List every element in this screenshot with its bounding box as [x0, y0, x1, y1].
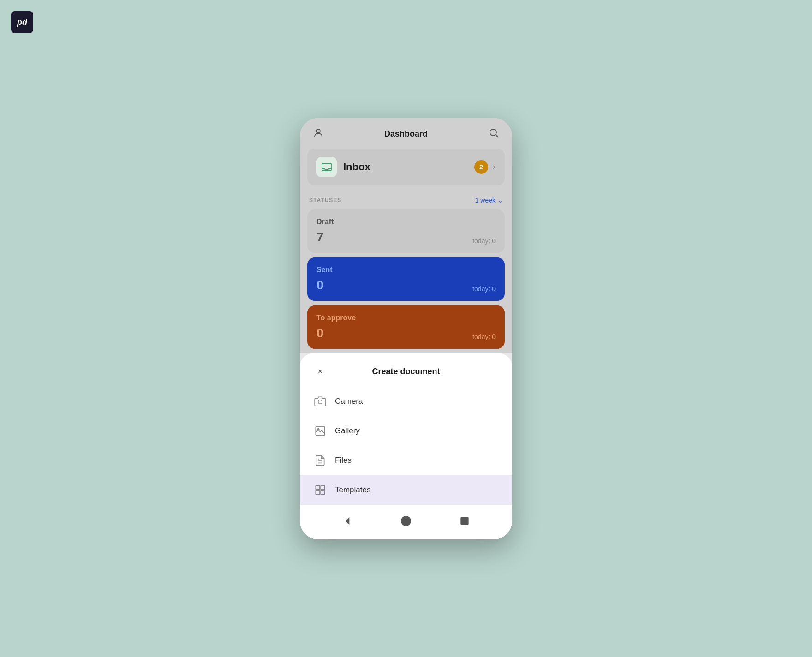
- gallery-label: Gallery: [335, 426, 360, 436]
- sent-today: today: 0: [472, 285, 496, 293]
- chevron-down-icon: ⌄: [497, 197, 503, 204]
- templates-label: Templates: [335, 485, 370, 495]
- period-label: 1 week: [475, 197, 496, 204]
- gallery-icon: [313, 424, 328, 438]
- period-filter[interactable]: 1 week ⌄: [475, 197, 503, 204]
- home-button[interactable]: [397, 512, 415, 530]
- files-icon: [313, 453, 328, 468]
- phone-container: Dashboard Inbox 2 ›: [300, 118, 512, 539]
- inbox-label: Inbox: [343, 161, 370, 173]
- inbox-left: Inbox: [316, 157, 370, 177]
- status-card-sent[interactable]: Sent 0 today: 0: [307, 257, 505, 301]
- to-approve-row: 0 today: 0: [316, 326, 496, 340]
- files-label: Files: [335, 456, 352, 465]
- dashboard-section: Dashboard Inbox 2 ›: [300, 118, 512, 353]
- inbox-icon: [321, 161, 332, 173]
- header-title: Dashboard: [384, 129, 428, 139]
- recent-apps-button[interactable]: [455, 512, 474, 530]
- svg-rect-16: [460, 517, 468, 525]
- sent-count: 0: [316, 278, 324, 293]
- inbox-icon-box: [316, 157, 337, 177]
- draft-title: Draft: [316, 218, 496, 226]
- modal-title: Create document: [372, 367, 440, 376]
- inbox-card[interactable]: Inbox 2 ›: [307, 149, 505, 185]
- svg-marker-13: [346, 517, 350, 525]
- search-icon[interactable]: [488, 127, 499, 141]
- inbox-right: 2 ›: [474, 160, 496, 174]
- status-card-draft[interactable]: Draft 7 today: 0: [307, 209, 505, 253]
- app-header: Dashboard: [300, 118, 512, 149]
- close-button[interactable]: ×: [313, 364, 328, 379]
- menu-item-files[interactable]: Files: [300, 446, 512, 475]
- statuses-header: STATUSES 1 week ⌄: [300, 193, 512, 209]
- templates-icon: [313, 483, 328, 497]
- draft-row: 7 today: 0: [316, 230, 496, 245]
- to-approve-count: 0: [316, 326, 324, 340]
- svg-rect-10: [321, 485, 325, 490]
- create-document-modal: × Create document Camera: [300, 353, 512, 539]
- sent-title: Sent: [316, 266, 496, 274]
- svg-rect-12: [321, 490, 325, 495]
- svg-point-15: [404, 519, 408, 523]
- svg-point-0: [316, 129, 320, 133]
- svg-line-2: [496, 135, 499, 137]
- svg-point-6: [318, 428, 319, 430]
- pd-logo: pd: [11, 11, 33, 33]
- draft-count: 7: [316, 230, 324, 245]
- profile-icon[interactable]: [313, 127, 324, 141]
- svg-rect-11: [316, 490, 320, 495]
- svg-point-4: [318, 400, 322, 404]
- statuses-label: STATUSES: [309, 197, 341, 203]
- to-approve-title: To approve: [316, 314, 496, 322]
- menu-item-templates[interactable]: Templates: [300, 475, 512, 505]
- sent-row: 0 today: 0: [316, 278, 496, 293]
- draft-today: today: 0: [472, 237, 496, 245]
- chevron-right-icon: ›: [493, 162, 496, 172]
- back-button[interactable]: [338, 512, 357, 530]
- modal-header: × Create document: [300, 353, 512, 387]
- svg-rect-9: [316, 485, 320, 490]
- to-approve-today: today: 0: [472, 333, 496, 340]
- camera-label: Camera: [335, 397, 363, 406]
- camera-icon: [313, 394, 328, 409]
- menu-item-gallery[interactable]: Gallery: [300, 416, 512, 446]
- inbox-badge: 2: [474, 160, 488, 174]
- bottom-nav: [300, 505, 512, 539]
- svg-point-1: [490, 129, 496, 136]
- menu-item-camera[interactable]: Camera: [300, 387, 512, 416]
- status-card-to-approve[interactable]: To approve 0 today: 0: [307, 305, 505, 349]
